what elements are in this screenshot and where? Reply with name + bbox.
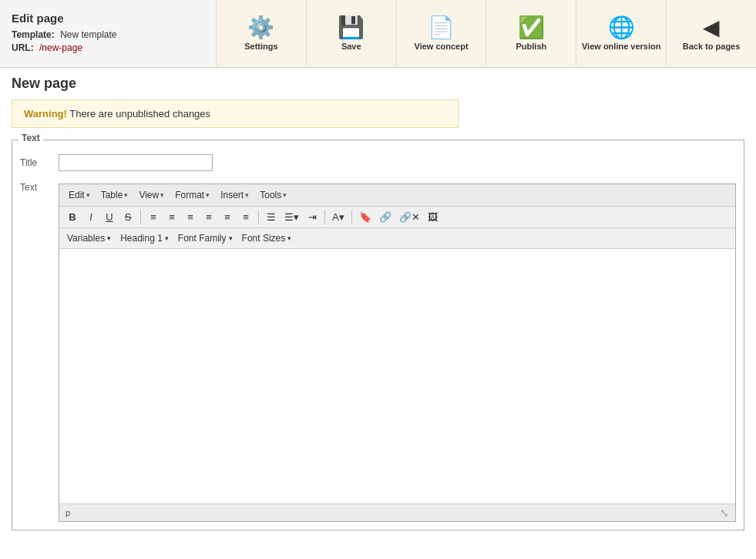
bold-button[interactable]: B bbox=[64, 210, 81, 224]
align-right-button[interactable]: ≡ bbox=[182, 210, 199, 224]
text-label: Text bbox=[20, 177, 51, 193]
italic-button[interactable]: I bbox=[82, 210, 99, 224]
save-icon: 💾 bbox=[338, 17, 365, 39]
view-online-label: View online version bbox=[582, 42, 661, 51]
font-family-arrow: ▾ bbox=[229, 234, 233, 242]
list-ul-button[interactable]: ☰ bbox=[263, 210, 280, 224]
editor-wrapper: Edit ▾ Table ▾ View ▾ Format ▾ Insert ▾ … bbox=[59, 184, 736, 522]
field-group: Title Text Edit ▾ Table ▾ View ▾ Format … bbox=[20, 154, 736, 522]
statusbar-path: p bbox=[66, 508, 70, 517]
image-button[interactable]: 🖼 bbox=[425, 210, 442, 224]
top-bar: Edit page Template: New template URL: /n… bbox=[0, 0, 756, 68]
underline-button[interactable]: U bbox=[101, 210, 118, 224]
format-arrow: ▾ bbox=[206, 191, 210, 199]
font-family-select[interactable]: Font Family ▾ bbox=[175, 231, 236, 245]
settings-button[interactable]: ⚙️ Settings bbox=[216, 0, 306, 67]
font-color-button[interactable]: A▾ bbox=[329, 210, 348, 224]
title-label: Title bbox=[20, 157, 51, 168]
divider-2 bbox=[258, 210, 259, 224]
variables-arrow: ▾ bbox=[107, 234, 111, 242]
font-sizes-select[interactable]: Font Sizes ▾ bbox=[239, 231, 295, 245]
menu-view[interactable]: View ▾ bbox=[134, 187, 169, 203]
warning-message: There are unpublished changes bbox=[67, 108, 210, 120]
publish-icon: ✅ bbox=[518, 17, 545, 39]
toolbar-buttons: ⚙️ Settings 💾 Save 📄 View concept ✅ Publ… bbox=[216, 0, 756, 67]
template-label: Template: bbox=[12, 29, 55, 40]
link-button[interactable]: 🔗 bbox=[376, 210, 395, 224]
text-row: Text Edit ▾ Table ▾ View ▾ Format ▾ Inse… bbox=[20, 177, 736, 522]
insert-arrow: ▾ bbox=[245, 191, 249, 199]
publish-button[interactable]: ✅ Publish bbox=[486, 0, 576, 67]
variables-select[interactable]: Variables ▾ bbox=[64, 231, 114, 245]
view-online-icon: 🌐 bbox=[608, 17, 635, 39]
save-button[interactable]: 💾 Save bbox=[306, 0, 396, 67]
menu-edit[interactable]: Edit ▾ bbox=[64, 187, 95, 203]
view-concept-label: View concept bbox=[415, 42, 469, 51]
font-sizes-arrow: ▾ bbox=[287, 234, 291, 242]
url-label: URL: bbox=[12, 42, 34, 53]
page-info: Edit page Template: New template URL: /n… bbox=[0, 0, 216, 67]
template-value: New template bbox=[60, 29, 116, 40]
page-title: New page bbox=[12, 76, 744, 92]
view-concept-button[interactable]: 📄 View concept bbox=[396, 0, 486, 67]
edit-arrow: ▾ bbox=[86, 191, 90, 199]
align-left-button[interactable]: ≡ bbox=[145, 210, 162, 224]
main-content: New page Warning! There are unpublished … bbox=[0, 68, 756, 538]
view-online-button[interactable]: 🌐 View online version bbox=[576, 0, 666, 67]
divider-1 bbox=[140, 210, 141, 224]
text-section: Text Title Text Edit ▾ Table ▾ View ▾ Fo… bbox=[12, 140, 744, 530]
editor-body[interactable] bbox=[59, 249, 735, 503]
editor-statusbar: p ⤡ bbox=[59, 503, 735, 521]
url-row: URL: /new-page bbox=[12, 42, 204, 53]
template-row: Template: New template bbox=[12, 29, 204, 40]
unlink-button[interactable]: 🔗✕ bbox=[396, 210, 423, 224]
align-center-button[interactable]: ≡ bbox=[163, 210, 180, 224]
align-6-button[interactable]: ≡ bbox=[237, 210, 254, 224]
settings-label: Settings bbox=[244, 42, 277, 51]
back-to-pages-button[interactable]: ◀ Back to pages bbox=[666, 0, 756, 67]
view-concept-icon: 📄 bbox=[428, 17, 455, 39]
resize-handle[interactable]: ⤡ bbox=[720, 507, 729, 519]
save-label: Save bbox=[341, 42, 361, 51]
editor-toolbar2: Variables ▾ Heading 1 ▾ Font Family ▾ Fo… bbox=[59, 228, 735, 249]
anchor-button[interactable]: 🔖 bbox=[356, 210, 375, 224]
list-ol-button[interactable]: ☰▾ bbox=[281, 210, 302, 224]
heading-arrow: ▾ bbox=[165, 234, 169, 242]
title-row: Title bbox=[20, 154, 736, 171]
divider-4 bbox=[351, 210, 352, 224]
strikethrough-button[interactable]: S bbox=[119, 210, 136, 224]
editor-toolbar: B I U S ≡ ≡ ≡ ≡ ≡ ≡ ☰ ☰▾ ⇥ bbox=[59, 207, 735, 228]
align-5-button[interactable]: ≡ bbox=[219, 210, 236, 224]
menu-format[interactable]: Format ▾ bbox=[170, 187, 214, 203]
menu-table[interactable]: Table ▾ bbox=[96, 187, 133, 203]
edit-page-heading: Edit page bbox=[12, 12, 204, 25]
settings-icon: ⚙️ bbox=[247, 17, 274, 39]
publish-label: Publish bbox=[516, 42, 547, 51]
warning-box: Warning! There are unpublished changes bbox=[12, 99, 459, 128]
warning-label: Warning! bbox=[24, 108, 67, 120]
indent-button[interactable]: ⇥ bbox=[304, 210, 321, 224]
divider-3 bbox=[324, 210, 325, 224]
url-link[interactable]: /new-page bbox=[39, 42, 82, 53]
table-arrow: ▾ bbox=[124, 191, 128, 199]
editor-menubar: Edit ▾ Table ▾ View ▾ Format ▾ Insert ▾ … bbox=[59, 184, 735, 207]
tools-arrow: ▾ bbox=[283, 191, 287, 199]
text-section-legend: Text bbox=[18, 133, 43, 143]
align-justify-button[interactable]: ≡ bbox=[200, 210, 217, 224]
back-label: Back to pages bbox=[683, 42, 741, 51]
back-icon: ◀ bbox=[703, 17, 720, 39]
menu-tools[interactable]: Tools ▾ bbox=[255, 187, 291, 203]
heading-select[interactable]: Heading 1 ▾ bbox=[117, 231, 172, 245]
view-arrow: ▾ bbox=[160, 191, 164, 199]
menu-insert[interactable]: Insert ▾ bbox=[216, 187, 254, 203]
title-input[interactable] bbox=[59, 154, 213, 171]
